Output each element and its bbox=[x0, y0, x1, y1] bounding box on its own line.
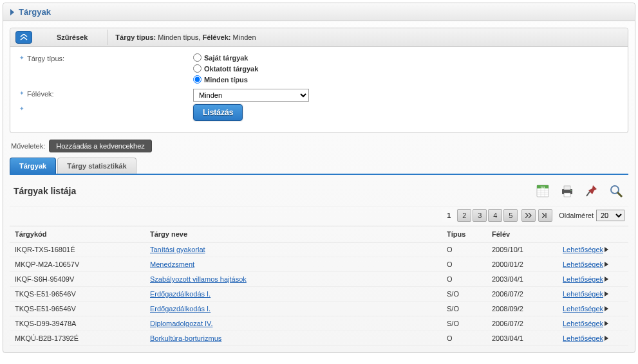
svg-text:XLS: XLS bbox=[541, 187, 545, 189]
pager-last-button[interactable] bbox=[538, 209, 552, 222]
cell-type: O bbox=[442, 331, 487, 346]
pager-next-button[interactable] bbox=[521, 209, 536, 222]
operations-label: Műveletek: bbox=[11, 142, 45, 150]
cell-type: S/O bbox=[442, 316, 487, 331]
filter-semester-select[interactable]: Minden bbox=[193, 89, 309, 102]
list-button[interactable]: Listázás bbox=[193, 104, 243, 121]
cell-code: IKQF-S6H-95409V bbox=[10, 272, 145, 287]
tab[interactable]: Tárgyak bbox=[10, 158, 56, 174]
subject-name-link[interactable]: Szabályozott villamos hajtások bbox=[150, 275, 247, 283]
cell-semester: 2009/10/1 bbox=[487, 242, 558, 257]
filter-heading: Szűrések bbox=[37, 30, 107, 45]
row-actions-link[interactable]: Lehetőségek bbox=[563, 290, 608, 298]
filter-type-radio[interactable] bbox=[193, 64, 202, 73]
table-row: TKQS-E51-96546VErdőgazdálkodás I.S/O2008… bbox=[10, 302, 628, 316]
chevron-right-icon bbox=[605, 277, 608, 282]
svg-point-11 bbox=[570, 190, 572, 191]
chevron-right-icon bbox=[605, 247, 608, 252]
chevron-right-icon bbox=[605, 321, 608, 326]
col-header-type[interactable]: Típus bbox=[442, 226, 487, 242]
chevron-right-icon bbox=[605, 262, 608, 267]
print-icon[interactable] bbox=[559, 183, 576, 199]
filter-summary: Tárgy típus: Minden típus, Félévek: Mind… bbox=[107, 30, 628, 45]
cell-code: TKQS-E51-96546V bbox=[10, 287, 145, 302]
table-row: TKQS-E51-96546VErdőgazdálkodás I.S/O2006… bbox=[10, 287, 628, 302]
filter-type-radio-group: Saját tárgyakOktatott tárgyakMinden típu… bbox=[193, 53, 258, 86]
col-header-code[interactable]: Tárgykód bbox=[10, 226, 145, 242]
panel-title: Tárgyak bbox=[19, 7, 51, 17]
table-row: TKQS-D99-39478ADiplomadolgozat IV.S/O200… bbox=[10, 316, 628, 331]
chevron-right-icon bbox=[10, 8, 16, 16]
row-actions-link[interactable]: Lehetőségek bbox=[563, 334, 608, 342]
cell-semester: 2006/07/2 bbox=[487, 316, 558, 331]
cell-type: O bbox=[442, 257, 487, 272]
cell-semester: 2000/01/2 bbox=[487, 257, 558, 272]
add-favorite-button[interactable]: Hozzáadás a kedvencekhez bbox=[49, 140, 152, 152]
svg-line-14 bbox=[617, 192, 622, 197]
row-actions-link[interactable]: Lehetőségek bbox=[563, 305, 608, 313]
svg-rect-9 bbox=[564, 186, 570, 190]
export-xls-icon[interactable]: XLS bbox=[534, 183, 551, 199]
filter-type-option-label: Oktatott tárgyak bbox=[204, 65, 258, 73]
page-size-select[interactable]: 20 bbox=[596, 210, 624, 221]
cell-code: TKQS-D99-39478A bbox=[10, 316, 145, 331]
table-row: IKQF-S6H-95409VSzabályozott villamos haj… bbox=[10, 272, 628, 287]
subject-name-link[interactable]: Erdőgazdálkodás I. bbox=[150, 305, 211, 313]
filter-type-radio[interactable] bbox=[193, 75, 202, 84]
pager-page-button[interactable]: 2 bbox=[457, 209, 471, 222]
filter-summary-sem-label: Félévek: bbox=[202, 33, 230, 41]
subject-name-link[interactable]: Tanítási gyakorlat bbox=[150, 246, 205, 253]
subject-name-link[interactable]: Menedzsment bbox=[150, 260, 194, 268]
cell-type: O bbox=[442, 242, 487, 257]
chevron-right-icon bbox=[605, 291, 608, 296]
filter-type-option[interactable]: Saját tárgyak bbox=[193, 53, 258, 62]
chevron-bar-right-icon bbox=[542, 213, 549, 218]
filter-semester-label: Félévek: bbox=[19, 89, 193, 102]
pin-icon[interactable] bbox=[583, 183, 600, 199]
row-actions-link[interactable]: Lehetőségek bbox=[563, 260, 608, 268]
filter-type-option[interactable]: Minden típus bbox=[193, 75, 258, 84]
pager-page-button[interactable]: 5 bbox=[503, 209, 518, 222]
filter-type-label: Tárgy típus: bbox=[19, 53, 193, 86]
cell-type: O bbox=[442, 272, 487, 287]
cell-type: S/O bbox=[442, 302, 487, 316]
col-header-semester[interactable]: Félév bbox=[487, 226, 558, 242]
pager-page-button[interactable]: 1 bbox=[442, 209, 456, 222]
svg-line-12 bbox=[586, 192, 590, 196]
subject-name-link[interactable]: Diplomadolgozat IV. bbox=[150, 320, 212, 327]
subject-name-link[interactable]: Borkultúra-borturizmus bbox=[150, 334, 221, 342]
pager-page-button[interactable]: 3 bbox=[473, 209, 487, 222]
svg-rect-10 bbox=[564, 193, 570, 197]
filter-type-option-label: Minden típus bbox=[204, 76, 248, 84]
panel-header: Tárgyak bbox=[3, 3, 635, 21]
row-actions-link[interactable]: Lehetőségek bbox=[563, 275, 608, 283]
pager-page-button[interactable]: 4 bbox=[488, 209, 502, 222]
filter-box: Szűrések Tárgy típus: Minden típus, Félé… bbox=[10, 28, 628, 133]
filter-collapse-button[interactable] bbox=[15, 31, 32, 44]
subject-name-link[interactable]: Erdőgazdálkodás I. bbox=[150, 290, 211, 298]
row-actions-link[interactable]: Lehetőségek bbox=[563, 246, 608, 253]
search-icon[interactable] bbox=[608, 183, 624, 199]
filter-type-option-label: Saját tárgyak bbox=[204, 54, 248, 62]
cell-semester: 2003/04/1 bbox=[487, 331, 558, 346]
list-title: Tárgyak listája bbox=[14, 186, 76, 196]
cell-type: S/O bbox=[442, 287, 487, 302]
filter-summary-type-label: Tárgy típus: bbox=[115, 33, 156, 41]
row-actions-link[interactable]: Lehetőségek bbox=[563, 320, 608, 327]
cell-code: MKQÚ-B2B-17392É bbox=[10, 331, 145, 346]
filter-summary-sem-value: Minden bbox=[233, 33, 256, 41]
tab[interactable]: Tárgy statisztikák bbox=[57, 158, 136, 174]
cell-code: MKQP-M2A-10657V bbox=[10, 257, 145, 272]
filter-type-radio[interactable] bbox=[193, 53, 202, 62]
chevron-right-icon bbox=[605, 306, 608, 311]
table-row: IKQR-TXS-16801ÉTanítási gyakorlatO2009/1… bbox=[10, 242, 628, 257]
tab-bar: TárgyakTárgy statisztikák bbox=[10, 158, 628, 175]
double-chevron-right-icon bbox=[525, 213, 532, 218]
table-row: MKQÚ-B2B-17392ÉBorkultúra-borturizmusO20… bbox=[10, 331, 628, 346]
col-header-name[interactable]: Tárgy neve bbox=[145, 226, 442, 242]
cell-semester: 2006/07/2 bbox=[487, 287, 558, 302]
cell-code: IKQR-TXS-16801É bbox=[10, 242, 145, 257]
filter-type-option[interactable]: Oktatott tárgyak bbox=[193, 64, 258, 73]
cell-code: TKQS-E51-96546V bbox=[10, 302, 145, 316]
chevron-right-icon bbox=[605, 336, 608, 341]
